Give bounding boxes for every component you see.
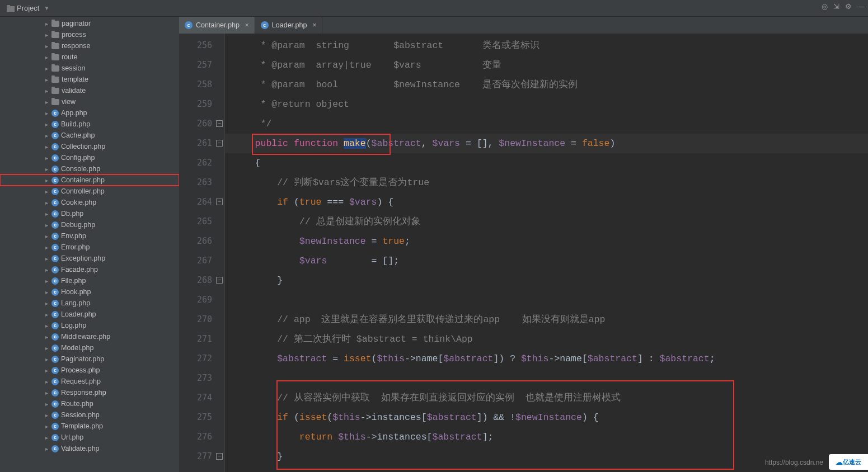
tree-file-build[interactable]: ▸Build.php xyxy=(0,119,179,130)
expand-arrow-icon[interactable]: ▸ xyxy=(44,144,49,150)
code-editor[interactable]: 2562572582592602612622632642652662672682… xyxy=(179,34,868,472)
tree-file-paginator[interactable]: ▸Paginator.php xyxy=(0,353,179,365)
expand-arrow-icon[interactable]: ▸ xyxy=(44,177,49,183)
tree-file-collection[interactable]: ▸Collection.php xyxy=(0,141,179,152)
line-number[interactable]: 278 xyxy=(179,466,224,472)
expand-arrow-icon[interactable]: ▸ xyxy=(44,311,49,318)
tree-folder-validate[interactable]: ▸validate xyxy=(0,85,179,96)
tree-file-loader[interactable]: ▸Loader.php xyxy=(0,309,179,320)
project-tree[interactable]: ▸paginator▸process▸response▸route▸sessio… xyxy=(0,17,179,472)
expand-arrow-icon[interactable]: ▸ xyxy=(44,21,49,27)
line-number[interactable]: 275 xyxy=(179,408,224,427)
expand-arrow-icon[interactable]: ▸ xyxy=(44,188,49,195)
expand-arrow-icon[interactable]: ▸ xyxy=(44,401,49,407)
expand-arrow-icon[interactable]: ▸ xyxy=(44,99,49,105)
expand-arrow-icon[interactable]: ▸ xyxy=(44,32,49,38)
expand-arrow-icon[interactable]: ▸ xyxy=(44,43,49,49)
line-number[interactable]: 264 xyxy=(179,192,224,212)
expand-arrow-icon[interactable]: ▸ xyxy=(44,423,49,429)
line-number[interactable]: 260 xyxy=(179,114,224,134)
tree-file-facade[interactable]: ▸Facade.php xyxy=(0,264,179,275)
expand-arrow-icon[interactable]: ▸ xyxy=(44,267,49,273)
fold-marker-icon[interactable] xyxy=(216,140,223,147)
tree-folder-route[interactable]: ▸route xyxy=(0,51,179,63)
line-number[interactable]: 256 xyxy=(179,36,224,55)
line-number[interactable]: 266 xyxy=(179,232,224,251)
expand-arrow-icon[interactable]: ▸ xyxy=(44,446,49,452)
expand-arrow-icon[interactable]: ▸ xyxy=(44,278,49,284)
line-number[interactable]: 263 xyxy=(179,173,224,192)
line-number[interactable]: 267 xyxy=(179,251,224,271)
expand-arrow-icon[interactable]: ▸ xyxy=(44,233,49,239)
fold-marker-icon[interactable] xyxy=(216,199,223,205)
expand-arrow-icon[interactable]: ▸ xyxy=(44,244,49,251)
line-number[interactable]: 258 xyxy=(179,75,224,95)
fold-marker-icon[interactable] xyxy=(216,277,223,284)
gear-icon[interactable]: ⚙ xyxy=(845,2,852,11)
expand-arrow-icon[interactable]: ▸ xyxy=(44,222,49,228)
expand-arrow-icon[interactable]: ▸ xyxy=(44,323,49,329)
minimize-icon[interactable]: — xyxy=(857,2,865,11)
expand-arrow-icon[interactable]: ▸ xyxy=(44,412,49,418)
expand-arrow-icon[interactable]: ▸ xyxy=(44,200,49,206)
expand-arrow-icon[interactable]: ▸ xyxy=(44,345,49,351)
line-number[interactable]: 259 xyxy=(179,95,224,114)
fold-marker-icon[interactable] xyxy=(216,120,223,127)
expand-arrow-icon[interactable]: ▸ xyxy=(44,54,49,60)
expand-arrow-icon[interactable]: ▸ xyxy=(44,133,49,139)
tree-file-log[interactable]: ▸Log.php xyxy=(0,320,179,331)
tab-container[interactable]: Container.php× xyxy=(179,17,255,34)
expand-arrow-icon[interactable]: ▸ xyxy=(44,121,49,128)
tree-file-url[interactable]: ▸Url.php xyxy=(0,432,179,443)
expand-arrow-icon[interactable]: ▸ xyxy=(44,379,49,385)
line-number[interactable]: 277 xyxy=(179,447,224,466)
tree-file-cookie[interactable]: ▸Cookie.php xyxy=(0,197,179,208)
tree-folder-template[interactable]: ▸template xyxy=(0,74,179,85)
tree-file-app[interactable]: ▸App.php xyxy=(0,107,179,119)
target-icon[interactable]: ◎ xyxy=(822,2,828,11)
expand-arrow-icon[interactable]: ▸ xyxy=(44,256,49,262)
tree-file-controller[interactable]: ▸Controller.php xyxy=(0,186,179,197)
line-number[interactable]: 272 xyxy=(179,349,224,369)
expand-arrow-icon[interactable]: ▸ xyxy=(44,110,49,116)
expand-arrow-icon[interactable]: ▸ xyxy=(44,77,49,83)
expand-arrow-icon[interactable]: ▸ xyxy=(44,166,49,172)
expand-arrow-icon[interactable]: ▸ xyxy=(44,289,49,295)
expand-arrow-icon[interactable]: ▸ xyxy=(44,65,49,72)
tree-file-cache[interactable]: ▸Cache.php xyxy=(0,130,179,141)
expand-arrow-icon[interactable]: ▸ xyxy=(44,300,49,306)
expand-arrow-icon[interactable]: ▸ xyxy=(44,88,49,94)
line-number[interactable]: 274 xyxy=(179,388,224,408)
tree-file-hook[interactable]: ▸Hook.php xyxy=(0,286,179,298)
line-number[interactable]: 257 xyxy=(179,55,224,75)
tree-folder-view[interactable]: ▸view xyxy=(0,96,179,107)
tree-file-error[interactable]: ▸Error.php xyxy=(0,242,179,253)
tree-file-template[interactable]: ▸Template.php xyxy=(0,421,179,432)
tree-file-session[interactable]: ▸Session.php xyxy=(0,409,179,421)
expand-arrow-icon[interactable]: ▸ xyxy=(44,356,49,362)
tree-file-file[interactable]: ▸File.php xyxy=(0,275,179,286)
code-body[interactable]: * @param string $abstract 类名或者标识 * @para… xyxy=(225,34,868,472)
tree-folder-paginator[interactable]: ▸paginator xyxy=(0,18,179,29)
tree-file-route[interactable]: ▸Route.php xyxy=(0,398,179,409)
expand-arrow-icon[interactable]: ▸ xyxy=(44,390,49,396)
tree-file-container[interactable]: ▸Container.php xyxy=(0,174,179,186)
line-number[interactable]: 273 xyxy=(179,369,224,388)
expand-arrow-icon[interactable]: ▸ xyxy=(44,155,49,161)
tree-file-db[interactable]: ▸Db.php xyxy=(0,208,179,219)
line-number[interactable]: 265 xyxy=(179,212,224,232)
tree-file-model[interactable]: ▸Model.php xyxy=(0,342,179,353)
line-number[interactable]: 261 xyxy=(179,134,224,153)
tree-file-process[interactable]: ▸Process.php xyxy=(0,365,179,376)
tree-file-env[interactable]: ▸Env.php xyxy=(0,230,179,242)
expand-arrow-icon[interactable]: ▸ xyxy=(44,435,49,441)
line-number[interactable]: 268 xyxy=(179,271,224,290)
line-number[interactable]: 269 xyxy=(179,290,224,310)
close-icon[interactable]: × xyxy=(245,21,249,29)
tree-file-middleware[interactable]: ▸Middleware.php xyxy=(0,331,179,342)
tree-folder-session[interactable]: ▸session xyxy=(0,63,179,74)
expand-arrow-icon[interactable]: ▸ xyxy=(44,334,49,340)
tree-file-console[interactable]: ▸Console.php xyxy=(0,163,179,174)
collapse-icon[interactable]: ⇲ xyxy=(833,2,839,11)
tree-file-lang[interactable]: ▸Lang.php xyxy=(0,298,179,309)
